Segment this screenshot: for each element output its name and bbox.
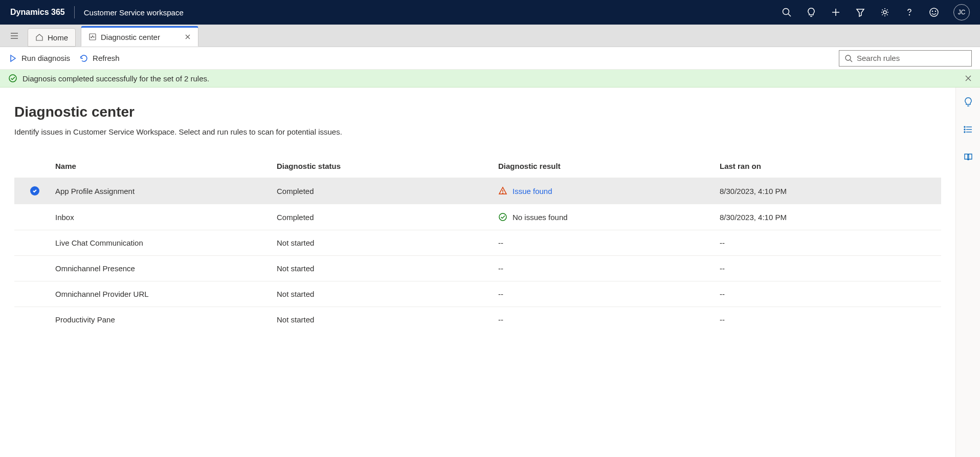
svg-point-28 xyxy=(964,132,965,133)
svg-point-15 xyxy=(845,55,851,60)
row-last-ran: -- xyxy=(720,315,941,324)
tab-home[interactable]: Home xyxy=(28,28,76,47)
refresh-button[interactable]: Refresh xyxy=(79,54,120,63)
row-last-ran: 8/30/2023, 4:10 PM xyxy=(720,187,941,195)
rail-lightbulb-icon[interactable] xyxy=(960,94,976,110)
brand-label: Dynamics 365 xyxy=(10,8,65,17)
svg-rect-12 xyxy=(90,34,96,40)
table-header-row: Name Diagnostic status Diagnostic result… xyxy=(14,155,941,178)
row-last-ran: -- xyxy=(720,238,941,247)
filter-icon[interactable] xyxy=(855,7,865,17)
rules-table: Name Diagnostic status Diagnostic result… xyxy=(14,155,941,332)
global-navbar: Dynamics 365 Customer Service workspace … xyxy=(0,0,980,25)
table-row[interactable]: Live Chat CommunicationNot started---- xyxy=(14,230,941,255)
svg-point-8 xyxy=(936,11,936,12)
tab-home-label: Home xyxy=(48,33,68,42)
svg-point-0 xyxy=(783,9,789,15)
success-icon xyxy=(498,212,507,222)
table-row[interactable]: InboxCompletedNo issues found8/30/2023, … xyxy=(14,204,941,230)
main-content: Diagnostic center Identify issues in Cus… xyxy=(0,88,955,457)
tab-bar: Home Diagnostic center xyxy=(0,25,980,47)
row-name: Omnichannel Presence xyxy=(55,264,277,273)
row-result[interactable]: Issue found xyxy=(498,186,720,195)
row-checked-icon xyxy=(30,186,39,195)
warning-icon xyxy=(498,186,507,195)
svg-point-27 xyxy=(964,129,965,130)
svg-point-26 xyxy=(964,126,965,127)
plus-icon[interactable] xyxy=(831,7,841,17)
row-name: Productivity Pane xyxy=(55,315,277,324)
close-tab-icon[interactable] xyxy=(185,34,191,40)
search-rules-box[interactable] xyxy=(839,50,972,67)
hamburger-menu-icon[interactable] xyxy=(6,27,23,45)
row-result: -- xyxy=(498,290,720,298)
svg-point-6 xyxy=(930,8,938,16)
svg-point-4 xyxy=(883,11,886,14)
search-rules-input[interactable] xyxy=(857,54,966,62)
search-icon[interactable] xyxy=(782,7,792,17)
close-notification-icon[interactable] xyxy=(965,75,972,82)
col-status[interactable]: Diagnostic status xyxy=(277,162,498,170)
command-bar: Run diagnosis Refresh xyxy=(0,47,980,70)
row-result: -- xyxy=(498,238,720,247)
col-last-ran[interactable]: Last ran on xyxy=(720,162,941,170)
row-result: -- xyxy=(498,264,720,273)
svg-line-16 xyxy=(850,60,852,62)
tab-diagnostic-center[interactable]: Diagnostic center xyxy=(81,26,198,47)
row-status: Not started xyxy=(277,290,498,298)
rail-list-icon[interactable] xyxy=(960,121,976,138)
table-row[interactable]: Productivity PaneNot started---- xyxy=(14,307,941,332)
svg-point-5 xyxy=(909,15,910,15)
row-name: Omnichannel Provider URL xyxy=(55,290,277,298)
notification-text: Diagnosis completed successfully for the… xyxy=(23,74,960,83)
table-row[interactable]: Omnichannel PresenceNot started---- xyxy=(14,255,941,281)
svg-point-17 xyxy=(9,75,16,82)
table-row[interactable]: Omnichannel Provider URLNot started---- xyxy=(14,281,941,307)
rail-book-icon[interactable] xyxy=(960,149,976,165)
run-diagnosis-button[interactable]: Run diagnosis xyxy=(8,54,70,63)
nav-divider xyxy=(74,6,75,18)
row-select-cell[interactable] xyxy=(14,186,55,195)
tab-active-label: Diagnostic center xyxy=(101,33,160,41)
row-name: App Profile Assignment xyxy=(55,187,277,195)
row-status: Completed xyxy=(277,213,498,222)
col-name[interactable]: Name xyxy=(55,162,277,170)
row-last-ran: -- xyxy=(720,290,941,298)
row-status: Not started xyxy=(277,264,498,273)
lightbulb-icon[interactable] xyxy=(806,7,816,17)
emoji-icon[interactable] xyxy=(929,7,939,17)
row-name: Inbox xyxy=(55,213,277,222)
row-status: Completed xyxy=(277,187,498,195)
workspace-label: Customer Service workspace xyxy=(84,8,184,17)
page-title: Diagnostic center xyxy=(14,104,941,120)
row-result: No issues found xyxy=(498,212,720,222)
svg-point-21 xyxy=(503,193,503,193)
user-avatar[interactable]: JC xyxy=(953,4,970,20)
help-icon[interactable] xyxy=(904,7,915,17)
success-check-icon xyxy=(8,74,17,83)
col-result[interactable]: Diagnostic result xyxy=(498,162,720,170)
home-icon xyxy=(35,33,43,41)
row-result: -- xyxy=(498,315,720,324)
svg-point-22 xyxy=(499,213,506,221)
gear-icon[interactable] xyxy=(880,7,890,17)
row-last-ran: 8/30/2023, 4:10 PM xyxy=(720,213,941,222)
row-status: Not started xyxy=(277,315,498,324)
refresh-label: Refresh xyxy=(93,54,120,62)
page-subtitle: Identify issues in Customer Service Work… xyxy=(14,127,941,136)
row-last-ran: -- xyxy=(720,264,941,273)
success-notification: Diagnosis completed successfully for the… xyxy=(0,70,980,88)
run-diagnosis-label: Run diagnosis xyxy=(21,54,70,62)
diagnostic-icon xyxy=(88,33,97,41)
right-rail xyxy=(955,88,980,457)
row-name: Live Chat Communication xyxy=(55,238,277,247)
svg-point-7 xyxy=(932,11,933,12)
row-status: Not started xyxy=(277,238,498,247)
table-row[interactable]: App Profile AssignmentCompletedIssue fou… xyxy=(14,178,941,204)
svg-line-1 xyxy=(788,14,791,16)
